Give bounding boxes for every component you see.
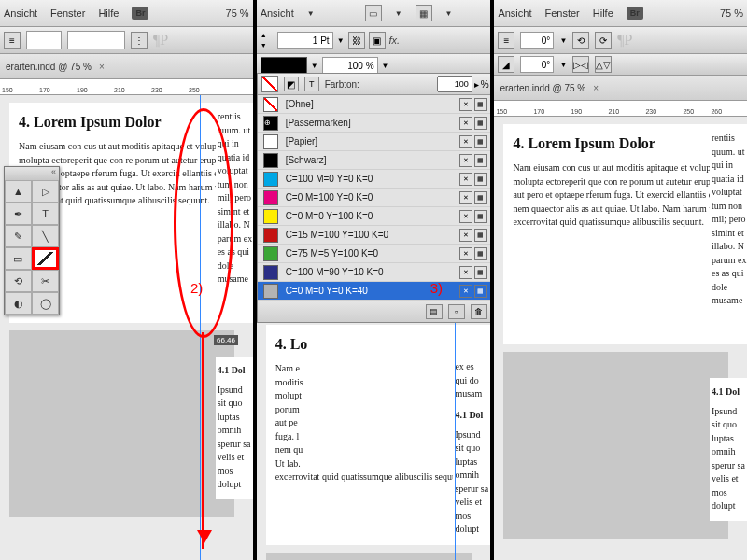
bridge-icon[interactable]: Br xyxy=(132,7,148,20)
swatch-chip xyxy=(263,97,278,112)
menu-hilfe[interactable]: Hilfe xyxy=(98,7,119,19)
lock-icon: ✕ xyxy=(459,210,472,223)
color-type-icon: ▦ xyxy=(474,191,487,204)
swatch-name: [Passermarken] xyxy=(286,118,452,128)
align-icon[interactable]: ≡ xyxy=(4,32,21,49)
color-type-icon: ▦ xyxy=(474,247,487,260)
flip-h-icon[interactable]: ⟲ xyxy=(572,32,589,49)
swatch-row[interactable]: C=100 M=90 Y=10 K=0✕▦ xyxy=(258,263,493,282)
menu-ansicht[interactable]: Ansicht xyxy=(261,7,294,19)
ellipse-tool[interactable]: ◯ xyxy=(32,292,59,315)
swatch-row[interactable]: [Papier]✕▦ xyxy=(258,133,493,151)
swatch-row[interactable]: C=0 M=100 Y=0 K=0✕▦ xyxy=(258,189,493,207)
swatch-row[interactable]: C=0 M=0 Y=100 K=0✕▦ xyxy=(258,207,493,226)
stroke-weight-input[interactable]: 1 Pt xyxy=(277,32,333,49)
swatch-chip xyxy=(263,153,278,168)
document-tab[interactable]: erarten.indd @ 75 % xyxy=(500,83,585,93)
type-tool[interactable]: T xyxy=(32,203,59,225)
flip-icon-v[interactable]: △▽ xyxy=(595,56,612,73)
swatch-row[interactable]: ⊕[Passermarken]✕▦ xyxy=(258,114,493,133)
effects-icon[interactable]: ▣ xyxy=(369,32,386,49)
swatch-chip xyxy=(263,265,278,280)
color-type-icon: ▦ xyxy=(474,285,487,298)
placeholder-frame[interactable] xyxy=(503,352,728,539)
tint-input[interactable] xyxy=(437,76,472,92)
swatch-row[interactable]: C=75 M=5 Y=100 K=0✕▦ xyxy=(258,245,493,263)
swatch-name: [Ohne] xyxy=(286,99,452,109)
panel-grip[interactable]: « xyxy=(5,167,59,180)
swatch-chip xyxy=(263,209,278,224)
opacity-input[interactable]: 100 % xyxy=(322,57,378,74)
horizontal-ruler: 150170190210230250260 xyxy=(494,101,747,117)
menu-hilfe[interactable]: Hilfe xyxy=(593,7,613,19)
swatch-chip: ⊕ xyxy=(263,116,278,131)
frame-tool[interactable]: ▭ xyxy=(5,247,32,270)
menu-ansicht[interactable]: Ansicht xyxy=(498,7,531,19)
swatch-row[interactable]: [Schwarz]✕▦ xyxy=(258,151,493,170)
fx-icon[interactable]: fx. xyxy=(389,35,401,46)
bridge-icon[interactable]: Br xyxy=(627,7,643,20)
horizontal-ruler: 150170190210230250 xyxy=(0,79,253,95)
menu-ansicht[interactable]: Ansicht xyxy=(4,7,37,19)
lock-icon: ✕ xyxy=(459,154,472,167)
placeholder-frame[interactable] xyxy=(266,553,472,560)
flip-icon[interactable]: ▷◁ xyxy=(572,56,589,73)
pencil-tool[interactable]: ✎ xyxy=(5,225,32,247)
color-type-icon: ▦ xyxy=(474,173,487,186)
menu-fenster[interactable]: Fenster xyxy=(50,7,85,19)
swatch-row[interactable]: C=15 M=100 Y=100 K=0✕▦ xyxy=(258,226,493,245)
tools-panel[interactable]: « ▲▷ ✒T ✎╲ ▭ ⟲✂ ◐◯ xyxy=(4,166,60,315)
delete-swatch-icon[interactable]: 🗑 xyxy=(471,304,487,319)
swatch-chip xyxy=(263,172,278,187)
flip-v-icon[interactable]: ⟳ xyxy=(595,32,612,49)
lock-icon: ✕ xyxy=(459,173,472,186)
close-tab-icon[interactable]: × xyxy=(593,83,599,93)
color-type-icon: ▦ xyxy=(474,117,487,130)
heading: 4. Lorem Ipsum Dolor xyxy=(513,135,738,152)
dropdown-slot[interactable] xyxy=(26,31,62,49)
arrange-icon[interactable]: ▦ xyxy=(416,5,432,21)
menu-fenster[interactable]: Fenster xyxy=(544,7,579,19)
line-tool-selected[interactable] xyxy=(32,247,59,270)
swatch-name: C=75 M=5 Y=100 K=0 xyxy=(286,248,452,259)
document-tab[interactable]: erarten.indd @ 75 % xyxy=(6,62,92,72)
dropdown-slot[interactable] xyxy=(67,31,125,49)
swatches-panel[interactable]: ◩ T Farbton: ▸% [Ohne]✕▦⊕[Passermarken]✕… xyxy=(257,73,494,323)
none-swatch-icon[interactable] xyxy=(261,76,278,92)
screen-mode-icon[interactable]: ▭ xyxy=(365,5,382,21)
scale-tool[interactable]: ✂ xyxy=(32,270,59,292)
rotate-tool[interactable]: ⟲ xyxy=(5,270,32,292)
swatch-chip xyxy=(263,190,278,205)
pen-tool[interactable]: ✒ xyxy=(5,203,32,225)
swatch-chip xyxy=(263,134,278,149)
guide-line[interactable] xyxy=(698,117,698,560)
swatch-row[interactable]: C=100 M=0 Y=0 K=0✕▦ xyxy=(258,170,493,189)
swatch-row[interactable]: C=0 M=0 Y=0 K=40✕▦ xyxy=(258,282,493,301)
line-tool[interactable]: ╲ xyxy=(32,225,59,247)
stroke-style[interactable] xyxy=(261,57,307,74)
zoom-level[interactable]: 75 % xyxy=(226,7,249,19)
shear-icon[interactable]: ◢ xyxy=(498,56,514,73)
lock-icon: ✕ xyxy=(459,285,472,298)
color-type-icon: ▦ xyxy=(474,266,487,279)
swatch-row[interactable]: [Ohne]✕▦ xyxy=(258,95,493,114)
rotate-input[interactable]: 0° xyxy=(520,32,554,49)
selection-tool[interactable]: ▲ xyxy=(5,180,32,203)
options-icon[interactable]: ⋮ xyxy=(131,32,148,49)
swatch-name: C=0 M=0 Y=100 K=0 xyxy=(286,211,452,221)
zoom-level[interactable]: 75 % xyxy=(720,7,743,19)
text-fill-icon[interactable]: T xyxy=(304,77,319,91)
align-icon[interactable]: ≡ xyxy=(498,32,514,49)
shear-input[interactable]: 0° xyxy=(520,56,554,73)
heading: 4. Lo xyxy=(275,336,482,353)
new-swatch-button[interactable]: ▫ xyxy=(448,304,465,319)
direct-selection-tool[interactable]: ▷ xyxy=(32,180,59,203)
link-icon[interactable]: ⛓ xyxy=(348,32,365,49)
close-tab-icon[interactable]: × xyxy=(99,62,105,72)
lock-icon: ✕ xyxy=(459,247,472,260)
swatch-name: C=100 M=0 Y=0 K=0 xyxy=(286,174,452,184)
color-type-icon: ▦ xyxy=(474,210,487,223)
gradient-tool[interactable]: ◐ xyxy=(5,292,32,315)
fill-stroke-icon[interactable]: ◩ xyxy=(284,77,299,91)
new-swatch-icon[interactable]: ▤ xyxy=(426,304,443,319)
